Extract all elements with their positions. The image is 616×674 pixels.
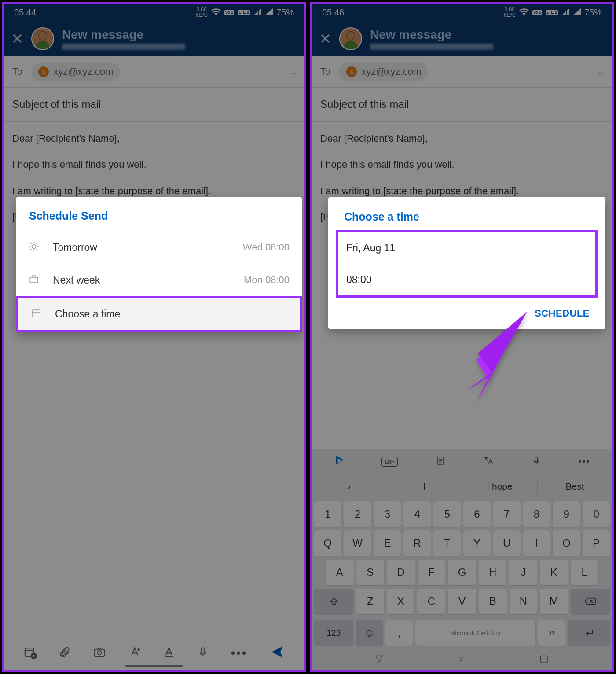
schedule-send-dialog: Schedule Send Tomorrow Wed 08:00 Next we…: [16, 197, 302, 332]
calendar-icon: [30, 308, 42, 320]
right-screen: 05:46 0.00KB/S Vo 1 LTE 2 75% ✕ New mess…: [310, 2, 614, 672]
dialog-title: Schedule Send: [16, 197, 302, 231]
modal-overlay: [4, 4, 304, 670]
left-screen: 05:44 0.60KB/S Vo 1 LTE 2 75% ✕ New mess…: [2, 2, 306, 672]
time-field[interactable]: 08:00: [342, 264, 592, 295]
svg-point-2: [32, 245, 36, 249]
option-tomorrow[interactable]: Tomorrow Wed 08:00: [16, 231, 302, 264]
choose-time-dialog: Choose a time Fri, Aug 11 08:00 SCHEDULE: [328, 197, 605, 329]
date-field[interactable]: Fri, Aug 11: [342, 232, 592, 264]
schedule-button[interactable]: SCHEDULE: [328, 298, 605, 329]
briefcase-icon: [28, 274, 40, 286]
highlight-box: Fri, Aug 11 08:00: [336, 230, 598, 298]
svg-rect-4: [32, 310, 40, 317]
dialog-title: Choose a time: [328, 197, 605, 230]
option-next-week[interactable]: Next week Mon 08:00: [16, 264, 302, 296]
modal-overlay: [312, 4, 612, 670]
option-choose-time[interactable]: Choose a time: [16, 296, 302, 332]
sun-icon: [28, 241, 40, 254]
svg-rect-3: [30, 277, 38, 283]
